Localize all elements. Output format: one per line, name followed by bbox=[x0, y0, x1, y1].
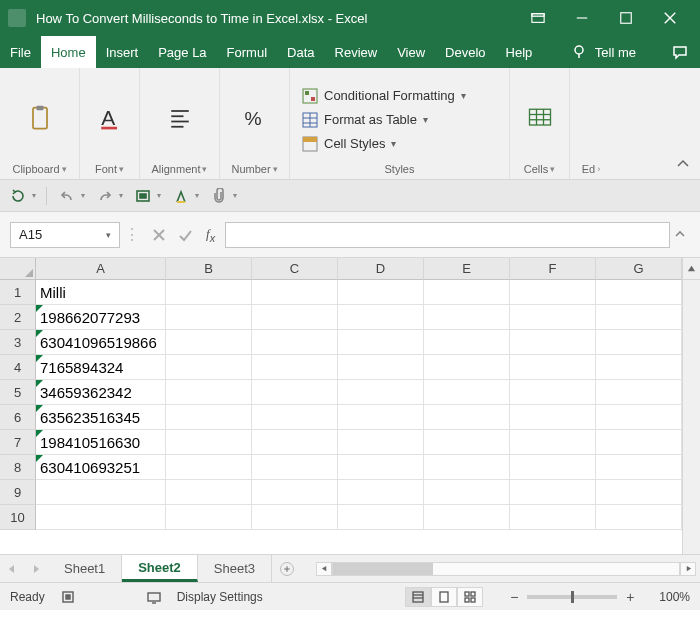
zoom-in-button[interactable]: + bbox=[623, 589, 637, 605]
cell[interactable] bbox=[252, 330, 338, 355]
menu-tab-review[interactable]: Review bbox=[325, 36, 388, 68]
cell[interactable] bbox=[596, 355, 682, 380]
row-header[interactable]: 4 bbox=[0, 355, 36, 380]
cell[interactable] bbox=[596, 505, 682, 530]
cell[interactable] bbox=[424, 405, 510, 430]
sheet-nav-next-icon[interactable] bbox=[24, 555, 48, 582]
paste-button[interactable] bbox=[20, 100, 60, 136]
row-header[interactable]: 6 bbox=[0, 405, 36, 430]
menu-tab-develo[interactable]: Develo bbox=[435, 36, 495, 68]
new-sheet-button[interactable] bbox=[272, 555, 302, 582]
display-settings-icon[interactable] bbox=[145, 588, 163, 606]
cell[interactable]: 34659362342 bbox=[36, 380, 166, 405]
cell[interactable] bbox=[510, 280, 596, 305]
attach-icon[interactable] bbox=[209, 186, 229, 206]
row-header[interactable]: 3 bbox=[0, 330, 36, 355]
row-header[interactable]: 7 bbox=[0, 430, 36, 455]
cell[interactable] bbox=[596, 405, 682, 430]
cell[interactable]: 198410516630 bbox=[36, 430, 166, 455]
display-settings-label[interactable]: Display Settings bbox=[177, 590, 263, 604]
cell[interactable]: 7165894324 bbox=[36, 355, 166, 380]
row-header[interactable]: 5 bbox=[0, 380, 36, 405]
column-headers[interactable]: ABCDEFG bbox=[36, 258, 682, 280]
cell[interactable] bbox=[510, 330, 596, 355]
cell[interactable] bbox=[338, 305, 424, 330]
font-button[interactable]: A bbox=[90, 100, 130, 136]
cancel-formula-icon[interactable] bbox=[152, 228, 166, 242]
expand-formula-bar-icon[interactable] bbox=[670, 230, 690, 240]
cell[interactable] bbox=[510, 305, 596, 330]
cell[interactable] bbox=[338, 505, 424, 530]
menu-tab-help[interactable]: Help bbox=[496, 36, 543, 68]
cell[interactable] bbox=[510, 430, 596, 455]
zoom-value[interactable]: 100% bbox=[659, 590, 690, 604]
cell[interactable] bbox=[424, 280, 510, 305]
cell[interactable] bbox=[424, 355, 510, 380]
vertical-scrollbar[interactable] bbox=[682, 258, 700, 554]
cell[interactable] bbox=[338, 480, 424, 505]
column-header[interactable]: E bbox=[424, 258, 510, 280]
cell[interactable] bbox=[166, 505, 252, 530]
cell[interactable] bbox=[252, 305, 338, 330]
cell[interactable] bbox=[338, 330, 424, 355]
sheet-tab[interactable]: Sheet3 bbox=[198, 555, 272, 582]
menu-tab-file[interactable]: File bbox=[0, 36, 41, 68]
cell[interactable] bbox=[424, 480, 510, 505]
cell[interactable] bbox=[252, 405, 338, 430]
cell[interactable] bbox=[510, 480, 596, 505]
cell[interactable] bbox=[424, 505, 510, 530]
column-header[interactable]: B bbox=[166, 258, 252, 280]
cell[interactable] bbox=[338, 380, 424, 405]
cell[interactable] bbox=[252, 380, 338, 405]
conditional-formatting-button[interactable]: Conditional Formatting▾ bbox=[298, 85, 470, 107]
cell[interactable] bbox=[252, 430, 338, 455]
menu-tab-home[interactable]: Home bbox=[41, 36, 96, 68]
cell[interactable]: 630410693251 bbox=[36, 455, 166, 480]
cell[interactable] bbox=[596, 380, 682, 405]
cell[interactable] bbox=[166, 330, 252, 355]
editing-button[interactable] bbox=[571, 100, 611, 136]
cell[interactable] bbox=[510, 405, 596, 430]
cell[interactable] bbox=[510, 380, 596, 405]
cell[interactable] bbox=[596, 430, 682, 455]
cell[interactable] bbox=[166, 305, 252, 330]
horizontal-scrollbar[interactable] bbox=[312, 555, 700, 582]
sheet-tab[interactable]: Sheet2 bbox=[122, 555, 198, 582]
undo-icon[interactable] bbox=[57, 186, 77, 206]
normal-view-button[interactable] bbox=[405, 587, 431, 607]
redo-icon[interactable] bbox=[95, 186, 115, 206]
cell[interactable] bbox=[166, 480, 252, 505]
page-layout-view-button[interactable] bbox=[431, 587, 457, 607]
row-header[interactable]: 2 bbox=[0, 305, 36, 330]
row-header[interactable]: 8 bbox=[0, 455, 36, 480]
sheet-nav-prev-icon[interactable] bbox=[0, 555, 24, 582]
cell[interactable] bbox=[596, 330, 682, 355]
cell[interactable] bbox=[338, 280, 424, 305]
cell[interactable] bbox=[510, 505, 596, 530]
tell-me-input[interactable]: Tell me bbox=[595, 45, 636, 60]
menu-tab-data[interactable]: Data bbox=[277, 36, 324, 68]
cell[interactable] bbox=[252, 355, 338, 380]
column-header[interactable]: C bbox=[252, 258, 338, 280]
cell[interactable] bbox=[338, 405, 424, 430]
cell[interactable] bbox=[338, 430, 424, 455]
sheet-tab[interactable]: Sheet1 bbox=[48, 555, 122, 582]
cell[interactable] bbox=[338, 455, 424, 480]
formula-input[interactable] bbox=[225, 222, 670, 248]
close-button[interactable] bbox=[648, 0, 692, 36]
cell[interactable] bbox=[510, 455, 596, 480]
select-all-corner[interactable] bbox=[0, 258, 36, 280]
cell[interactable] bbox=[252, 480, 338, 505]
column-header[interactable]: F bbox=[510, 258, 596, 280]
cell[interactable] bbox=[166, 380, 252, 405]
cell[interactable] bbox=[166, 455, 252, 480]
cell[interactable] bbox=[252, 455, 338, 480]
cell[interactable] bbox=[510, 355, 596, 380]
menu-tab-pagela[interactable]: Page La bbox=[148, 36, 216, 68]
name-box[interactable]: A15 ▾ bbox=[10, 222, 120, 248]
collapse-ribbon-button[interactable] bbox=[676, 157, 694, 175]
cell[interactable] bbox=[596, 480, 682, 505]
number-button[interactable]: % bbox=[235, 100, 275, 136]
macro-record-icon[interactable] bbox=[59, 588, 77, 606]
cell[interactable] bbox=[596, 280, 682, 305]
